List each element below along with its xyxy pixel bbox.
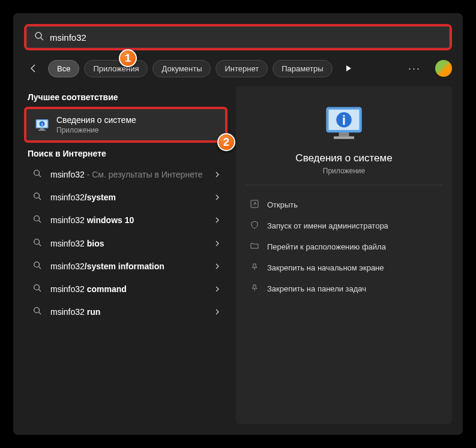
best-match-title: Сведения о системе — [56, 115, 218, 125]
search-icon — [31, 306, 43, 317]
search-web-header: Поиск в Интернете — [28, 149, 227, 158]
svg-point-14 — [34, 239, 40, 244]
more-button[interactable]: ··· — [403, 60, 426, 77]
svg-rect-7 — [38, 130, 46, 131]
best-match-result[interactable]: i Сведения о системе Приложение — [26, 109, 225, 140]
web-result-text: msinfo32 command — [50, 284, 207, 294]
svg-line-19 — [39, 290, 41, 292]
search-icon — [31, 284, 43, 294]
action-run-admin-label: Запуск от имени администратора — [267, 221, 388, 230]
preview-title: Сведения о системе — [246, 152, 442, 164]
chevron-right-icon — [214, 170, 220, 179]
chevron-right-icon — [214, 239, 220, 248]
svg-point-18 — [34, 285, 40, 290]
chevron-right-icon — [214, 261, 220, 271]
svg-line-21 — [39, 312, 41, 315]
action-pin-start[interactable]: Закрепить на начальном экране — [246, 258, 442, 278]
chevron-right-icon — [214, 307, 220, 317]
filter-docs[interactable]: Документы — [152, 60, 211, 77]
search-window: 1 2 Все Приложения Документы Интернет Па… — [13, 13, 463, 435]
web-results-list: msinfo32 - См. результаты в Интернетеmsi… — [24, 163, 227, 323]
chevron-right-icon — [214, 215, 220, 225]
web-result[interactable]: msinfo32/system — [24, 186, 227, 209]
best-match-header: Лучшее соответствие — [28, 92, 227, 102]
search-icon — [31, 215, 43, 225]
svg-point-16 — [34, 262, 40, 267]
web-result[interactable]: msinfo32 - См. результаты в Интернете — [24, 163, 227, 186]
filter-row: Все Приложения Документы Интернет Параме… — [13, 50, 463, 78]
svg-point-8 — [34, 170, 40, 176]
web-result-text: msinfo32 run — [50, 306, 207, 317]
svg-line-11 — [39, 198, 41, 200]
divider — [246, 185, 442, 185]
chevron-right-icon — [214, 193, 220, 202]
web-result-text: msinfo32/system — [50, 192, 207, 203]
web-result-text: msinfo32/system information — [50, 261, 207, 272]
svg-text:i: i — [342, 113, 346, 128]
filter-settings[interactable]: Параметры — [273, 60, 332, 77]
action-open-location-label: Перейти к расположению файла — [267, 242, 386, 251]
filter-internet[interactable]: Интернет — [215, 60, 268, 77]
best-match-highlight: i Сведения о системе Приложение — [24, 107, 227, 143]
shield-icon — [249, 221, 260, 231]
svg-line-1 — [41, 38, 43, 40]
svg-point-10 — [34, 193, 40, 199]
action-open[interactable]: Открыть — [246, 195, 442, 215]
preview-panel: i Сведения о системе Приложение Открыть … — [236, 86, 452, 424]
svg-line-9 — [39, 175, 41, 178]
action-list: Открыть Запуск от имени администратора П… — [246, 195, 442, 299]
avatar[interactable] — [435, 60, 452, 77]
svg-line-17 — [39, 266, 41, 269]
web-result-text: msinfo32 - См. результаты в Интернете — [50, 169, 207, 180]
preview-subtitle: Приложение — [246, 167, 442, 175]
svg-rect-27 — [334, 136, 354, 139]
action-open-location[interactable]: Перейти к расположению файла — [246, 237, 442, 257]
chevron-right-icon — [214, 284, 220, 294]
annotation-badge-1: 1 — [119, 49, 137, 67]
results-column: Лучшее соответствие i Сведения о системе… — [24, 86, 227, 424]
search-icon — [34, 31, 44, 43]
svg-point-12 — [34, 216, 40, 221]
web-result-text: msinfo32 bios — [50, 238, 207, 249]
content: Лучшее соответствие i Сведения о системе… — [13, 78, 463, 435]
svg-rect-6 — [40, 128, 44, 130]
action-open-label: Открыть — [267, 200, 298, 209]
web-result[interactable]: msinfo32 command — [24, 278, 227, 300]
svg-point-0 — [35, 32, 41, 38]
filter-all[interactable]: Все — [48, 60, 79, 77]
play-button[interactable] — [340, 59, 358, 77]
web-result[interactable]: msinfo32/system information — [24, 255, 227, 278]
web-result[interactable]: msinfo32 run — [24, 300, 227, 323]
action-pin-taskbar[interactable]: Закрепить на панели задач — [246, 279, 442, 299]
svg-line-13 — [39, 221, 41, 223]
action-run-admin[interactable]: Запуск от имени администратора — [246, 216, 442, 236]
folder-icon — [249, 242, 260, 252]
back-button[interactable] — [24, 59, 43, 78]
svg-text:i: i — [41, 122, 43, 127]
svg-rect-26 — [339, 133, 349, 136]
search-bar-highlight — [24, 24, 452, 50]
pin-icon — [249, 263, 260, 273]
search-input[interactable] — [50, 31, 442, 44]
search-bar[interactable] — [26, 26, 450, 48]
svg-point-20 — [34, 308, 40, 313]
search-icon — [31, 261, 43, 272]
web-result-text: msinfo32 windows 10 — [50, 215, 207, 225]
system-info-icon: i — [34, 116, 50, 133]
open-icon — [249, 200, 260, 210]
action-pin-start-label: Закрепить на начальном экране — [267, 263, 384, 272]
best-match-subtitle: Приложение — [56, 126, 218, 134]
web-result[interactable]: msinfo32 bios — [24, 232, 227, 255]
pin-icon — [249, 284, 260, 294]
preview-icon: i — [246, 102, 442, 143]
search-icon — [31, 169, 43, 180]
svg-line-15 — [39, 243, 41, 246]
search-icon — [31, 192, 43, 203]
filter-apps[interactable]: Приложения — [84, 60, 148, 77]
web-result[interactable]: msinfo32 windows 10 — [24, 209, 227, 231]
annotation-badge-2: 2 — [217, 133, 235, 151]
action-pin-taskbar-label: Закрепить на панели задач — [267, 284, 366, 293]
search-icon — [31, 238, 43, 249]
